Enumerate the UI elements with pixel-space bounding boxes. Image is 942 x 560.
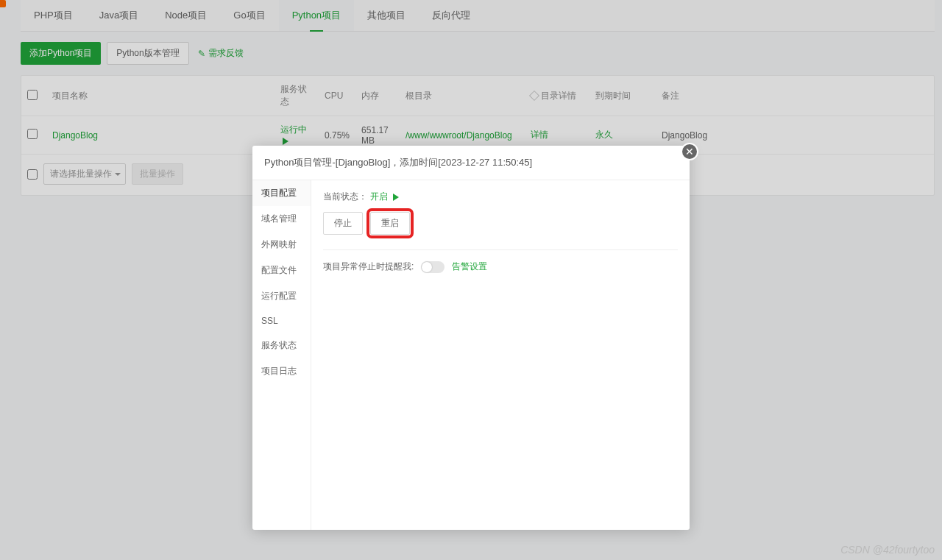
restart-button[interactable]: 重启 — [370, 212, 410, 235]
nav-service-status[interactable]: 服务状态 — [252, 333, 311, 358]
nav-domain[interactable]: 域名管理 — [252, 206, 311, 232]
stop-button[interactable]: 停止 — [323, 212, 363, 235]
modal-nav: 项目配置 域名管理 外网映射 配置文件 运行配置 SSL 服务状态 项目日志 — [252, 180, 311, 530]
alarm-settings-link[interactable]: 告警设置 — [452, 260, 487, 273]
modal-overlay: ✕ Python项目管理-[DjangoBlog]，添加时间[2023-12-2… — [0, 0, 942, 560]
close-icon[interactable]: ✕ — [681, 143, 698, 160]
nav-config-file[interactable]: 配置文件 — [252, 258, 311, 283]
nav-run-config[interactable]: 运行配置 — [252, 283, 311, 309]
status-value: 开启 — [370, 191, 388, 203]
play-icon — [393, 194, 399, 201]
nav-project-config[interactable]: 项目配置 — [252, 180, 311, 206]
watermark: CSDN @42fourtytoo — [840, 544, 935, 556]
modal-content: 当前状态： 开启 停止 重启 项目异常停止时提醒我: 告警设置 — [311, 180, 690, 530]
remind-toggle[interactable] — [421, 261, 445, 273]
status-label: 当前状态： — [323, 191, 367, 203]
remind-label: 项目异常停止时提醒我: — [323, 260, 414, 273]
nav-ssl[interactable]: SSL — [252, 309, 311, 333]
project-manage-modal: ✕ Python项目管理-[DjangoBlog]，添加时间[2023-12-2… — [252, 146, 690, 530]
modal-title: Python项目管理-[DjangoBlog]，添加时间[2023-12-27 … — [252, 146, 690, 180]
nav-project-log[interactable]: 项目日志 — [252, 358, 311, 384]
nav-wan-mapping[interactable]: 外网映射 — [252, 232, 311, 258]
